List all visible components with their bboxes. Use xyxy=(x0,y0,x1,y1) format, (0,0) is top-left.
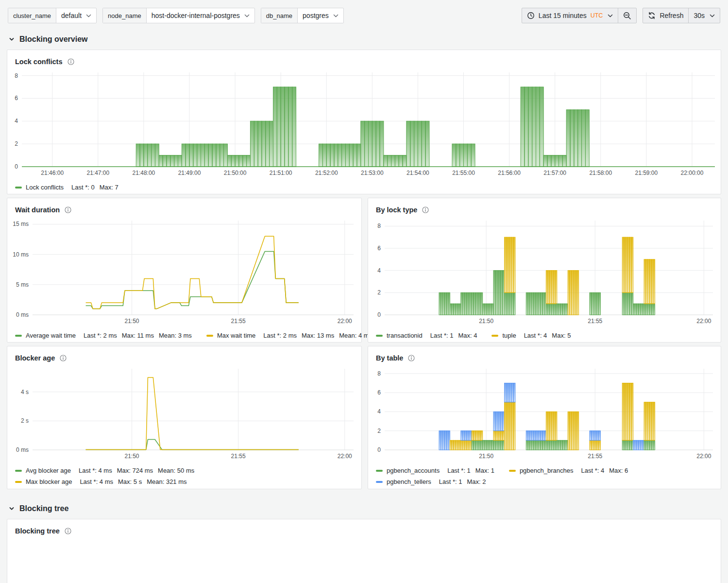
legend-stat: Max: 724 ms xyxy=(117,465,153,476)
legend-label: Max blocker age xyxy=(26,476,72,487)
legend-item[interactable]: pgbench_tellersLast *: 1Max: 2 xyxy=(376,476,486,487)
variable-value: default xyxy=(61,12,82,19)
legend-stat: Max: 2 xyxy=(467,476,486,487)
variable-label: node_name xyxy=(103,8,147,23)
info-icon[interactable] xyxy=(65,528,71,534)
chevron-down-icon xyxy=(244,14,250,17)
svg-text:4: 4 xyxy=(15,118,18,124)
svg-text:21:56:00: 21:56:00 xyxy=(498,170,521,176)
svg-text:2: 2 xyxy=(15,140,18,147)
legend-item[interactable]: Max blocker ageLast *: 4 msMax: 5 sMean:… xyxy=(15,476,187,487)
legend-stat: Last *: 1 xyxy=(439,476,462,487)
legend-label: Avg blocker age xyxy=(26,465,71,476)
legend-item[interactable]: Lock conflictsLast *: 0Max: 7 xyxy=(15,182,119,193)
chart-legend: Avg blocker ageLast *: 4 msMax: 724 msMe… xyxy=(7,464,361,491)
svg-text:21:59:00: 21:59:00 xyxy=(635,170,658,176)
svg-text:21:50: 21:50 xyxy=(479,453,493,460)
svg-text:21:57:00: 21:57:00 xyxy=(543,170,566,176)
svg-text:21:46:00: 21:46:00 xyxy=(41,170,64,176)
section-title: Blocking overview xyxy=(19,35,88,44)
svg-text:4: 4 xyxy=(377,267,381,274)
legend-stat: Last *: 4 ms xyxy=(79,465,112,476)
legend-stat: Max: 5 s xyxy=(118,476,142,487)
svg-text:21:55:00: 21:55:00 xyxy=(452,170,475,176)
svg-text:21:47:00: 21:47:00 xyxy=(86,170,109,176)
legend-stat: Last *: 2 ms xyxy=(263,330,297,341)
svg-text:22:00: 22:00 xyxy=(696,453,711,460)
legend-swatch xyxy=(376,335,383,337)
panel-lock-conflicts: Lock conflicts 21:46:0021:47:0021:48:002… xyxy=(7,50,721,194)
legend-item[interactable]: Avg blocker ageLast *: 4 msMax: 724 msMe… xyxy=(15,465,194,476)
chart-legend: transactionidLast *: 1Max: 4tupleLast *:… xyxy=(368,329,721,345)
svg-text:21:52:00: 21:52:00 xyxy=(315,170,338,176)
variable-value-dropdown[interactable]: default xyxy=(56,8,96,23)
svg-text:15 ms: 15 ms xyxy=(13,221,29,227)
legend-stat: Mean: 3 ms xyxy=(159,330,192,341)
svg-text:6: 6 xyxy=(377,389,381,396)
time-range-button[interactable]: Last 15 minutes UTC xyxy=(522,8,618,23)
toolbar: cluster_name default node_name host-dock… xyxy=(0,0,728,23)
variable-node-name: node_name host-docker-internal-postgres xyxy=(102,8,255,23)
svg-text:21:50: 21:50 xyxy=(124,453,139,460)
legend-stat: Last *: 1 xyxy=(430,330,454,341)
info-icon[interactable] xyxy=(60,355,67,361)
legend-swatch xyxy=(15,481,22,483)
variable-db-name: db_name postgres xyxy=(261,8,344,23)
variable-value-dropdown[interactable]: host-docker-internal-postgres xyxy=(147,8,254,23)
variable-value: host-docker-internal-postgres xyxy=(152,12,240,19)
legend-swatch xyxy=(376,481,383,483)
zoom-out-button[interactable] xyxy=(618,8,636,23)
chart-legend: Lock conflictsLast *: 0Max: 7 xyxy=(7,181,721,197)
info-icon[interactable] xyxy=(408,355,415,361)
panel-blocker-age: Blocker age 21:5021:5522:000 ms2 s4 s Av… xyxy=(7,346,362,489)
svg-text:21:50:00: 21:50:00 xyxy=(224,170,247,176)
svg-text:5 ms: 5 ms xyxy=(16,281,29,288)
chevron-down-icon xyxy=(333,14,339,17)
legend-label: Average wait time xyxy=(26,330,76,341)
panel-title: Blocker age xyxy=(15,354,55,362)
legend-stat: Last *: 4 xyxy=(581,465,604,476)
clock-icon xyxy=(527,12,535,19)
refresh-interval-button[interactable]: 30s xyxy=(688,8,720,23)
legend-item[interactable]: pgbench_branchesLast *: 4Max: 6 xyxy=(509,465,628,476)
svg-text:21:55: 21:55 xyxy=(588,453,602,460)
svg-text:22:00: 22:00 xyxy=(338,453,352,460)
info-icon[interactable] xyxy=(68,58,74,65)
svg-text:2: 2 xyxy=(377,289,381,296)
svg-text:21:55: 21:55 xyxy=(231,453,246,460)
timezone-label: UTC xyxy=(591,12,603,19)
chevron-down-icon xyxy=(608,14,613,17)
section-blocking-tree[interactable]: Blocking tree xyxy=(0,493,728,519)
legend-stat: Last *: 4 xyxy=(524,330,547,341)
variable-value-dropdown[interactable]: postgres xyxy=(298,8,343,23)
legend-label: Lock conflicts xyxy=(26,182,64,193)
time-picker-group: Last 15 minutes UTC xyxy=(522,8,637,23)
info-icon[interactable] xyxy=(65,206,71,213)
panel-wait-duration: Wait duration 21:5021:5522:000 ms5 ms10 … xyxy=(7,198,362,343)
legend-stat: Max: 13 ms xyxy=(302,330,334,341)
legend-item[interactable]: transactionidLast *: 1Max: 4 xyxy=(376,330,477,341)
legend-stat: Mean: 50 ms xyxy=(158,465,194,476)
panel-by-table: By table 21:5021:5522:0002468 pgbench_ac… xyxy=(368,346,721,489)
svg-text:8: 8 xyxy=(15,72,18,79)
chart-canvas: 21:46:0021:47:0021:48:0021:49:0021:50:00… xyxy=(7,68,721,181)
info-icon[interactable] xyxy=(422,206,429,213)
legend-label: Max wait time xyxy=(217,330,255,341)
section-blocking-overview[interactable]: Blocking overview xyxy=(0,23,728,50)
legend-swatch xyxy=(206,335,213,337)
refresh-icon xyxy=(648,12,656,19)
svg-text:2 s: 2 s xyxy=(21,417,29,424)
svg-text:22:00: 22:00 xyxy=(696,318,711,325)
legend-stat: Last *: 2 ms xyxy=(84,330,117,341)
legend-item[interactable]: tupleLast *: 4Max: 5 xyxy=(491,330,571,341)
legend-stat: Max: 5 xyxy=(552,330,571,341)
zoom-out-icon xyxy=(623,12,631,20)
refresh-button[interactable]: Refresh xyxy=(643,8,688,23)
legend-item[interactable]: Average wait timeLast *: 2 msMax: 11 msM… xyxy=(15,330,192,341)
section-title: Blocking tree xyxy=(19,504,68,513)
legend-item[interactable]: pgbench_accountsLast *: 1Max: 1 xyxy=(376,465,494,476)
refresh-group: Refresh 30s xyxy=(643,8,720,23)
chart-legend: Average wait timeLast *: 2 msMax: 11 msM… xyxy=(7,329,361,345)
panel-title: By lock type xyxy=(376,206,417,214)
legend-item[interactable]: Max wait timeLast *: 2 msMax: 13 msMean:… xyxy=(206,330,372,341)
